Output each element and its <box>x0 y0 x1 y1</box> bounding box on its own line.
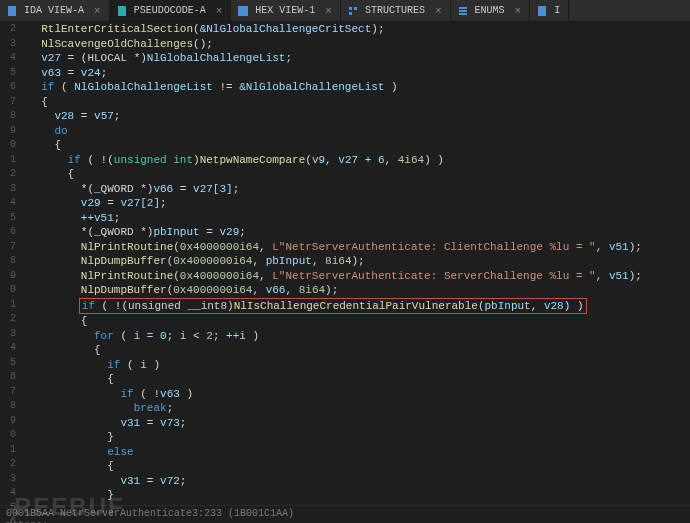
close-icon[interactable]: × <box>321 5 332 17</box>
tab-label: STRUCTURES <box>365 5 425 16</box>
svg-rect-9 <box>538 6 546 16</box>
tab-pseudocode[interactable]: PSEUDOCODE-A× <box>110 0 232 21</box>
status-paren: (1B001C1AA) <box>228 508 294 519</box>
code-pane[interactable]: RtlEnterCriticalSection(&NlGlobalChallen… <box>20 22 690 505</box>
tab-structures[interactable]: STRUCTURES× <box>341 0 451 21</box>
svg-rect-2 <box>238 6 248 16</box>
svg-rect-0 <box>8 6 16 16</box>
enum-icon <box>457 5 469 17</box>
tab-bar: IDA VIEW-A× PSEUDOCODE-A× HEX VIEW-1× ST… <box>0 0 690 22</box>
tab-hex-view[interactable]: HEX VIEW-1× <box>231 0 341 21</box>
svg-rect-3 <box>349 7 352 10</box>
close-icon[interactable]: × <box>511 5 522 17</box>
line-gutter: 23456789012345678901234567890123456 <box>0 22 20 505</box>
tab-ida-view[interactable]: IDA VIEW-A× <box>0 0 110 21</box>
svg-rect-8 <box>459 13 467 15</box>
close-icon[interactable]: × <box>90 5 101 17</box>
doc-icon <box>536 5 548 17</box>
close-icon[interactable]: × <box>212 5 223 17</box>
code-editor[interactable]: 23456789012345678901234567890123456 RtlE… <box>0 22 690 505</box>
svg-rect-6 <box>459 7 467 9</box>
struct-icon <box>347 5 359 17</box>
tab-overflow[interactable]: I <box>530 0 569 21</box>
hex-icon <box>237 5 249 17</box>
tab-label: I <box>554 5 560 16</box>
svg-rect-7 <box>459 10 467 12</box>
svg-rect-5 <box>349 12 352 15</box>
close-icon[interactable]: × <box>431 5 442 17</box>
tab-enums[interactable]: ENUMS× <box>451 0 531 21</box>
doc-icon <box>116 5 128 17</box>
watermark: REEBUF <box>14 493 125 521</box>
svg-rect-1 <box>118 6 126 16</box>
tab-label: HEX VIEW-1 <box>255 5 315 16</box>
svg-rect-4 <box>354 7 357 10</box>
tab-label: PSEUDOCODE-A <box>134 5 206 16</box>
tab-label: ENUMS <box>475 5 505 16</box>
tab-label: IDA VIEW-A <box>24 5 84 16</box>
doc-icon <box>6 5 18 17</box>
